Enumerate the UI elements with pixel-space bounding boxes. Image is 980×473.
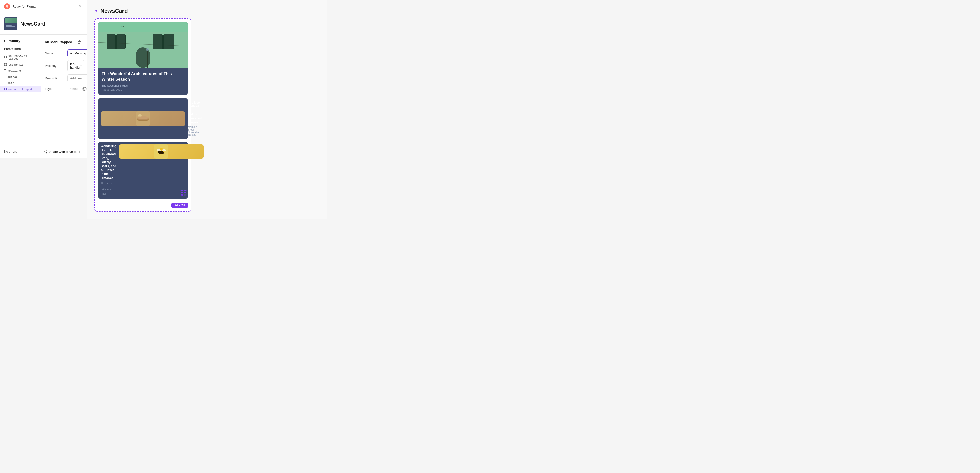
component-header-left: NewsCard xyxy=(4,17,45,30)
thumb-text-area xyxy=(5,23,17,27)
article-2-meta: Morning Break November 10, 2021 xyxy=(188,125,202,137)
article-3-author: The Bees xyxy=(100,182,111,185)
svg-point-46 xyxy=(162,149,162,149)
more-button[interactable]: ⋮ xyxy=(76,20,83,27)
share-button[interactable]: Share with developer xyxy=(41,149,83,155)
description-input[interactable] xyxy=(67,75,86,82)
params-header: Parameters + xyxy=(0,46,41,53)
article-2-headline: The New Method to Making Breakfast Crepe… xyxy=(188,101,202,125)
figma-relay-icon: ✦ xyxy=(94,8,98,14)
no-errors-label: No errors xyxy=(4,150,17,153)
svg-rect-41 xyxy=(159,152,163,153)
component-thumbnail xyxy=(4,17,18,30)
property-value: tap-handler xyxy=(70,62,80,70)
app-name-label: Relay for Figma xyxy=(12,5,36,8)
param-label-menu-tapped: on Menu tapped xyxy=(8,88,32,91)
param-item-on-newscard-tapped[interactable]: on NewsCard tapped xyxy=(0,53,41,62)
article-3-date-row: 4 hours ago xyxy=(100,186,116,197)
panel-header-left: Relay for Figma xyxy=(4,3,36,10)
svg-rect-26 xyxy=(164,34,173,49)
svg-point-36 xyxy=(138,114,142,116)
right-area: ✦ NewsCard xyxy=(87,0,327,219)
svg-point-44 xyxy=(160,148,162,150)
description-field-row: Description xyxy=(45,75,83,82)
param-item-headline[interactable]: T headline xyxy=(0,68,41,74)
svg-rect-23 xyxy=(117,34,125,49)
share-icon xyxy=(44,149,48,154)
name-input[interactable] xyxy=(67,49,86,57)
param-item-author[interactable]: T author xyxy=(0,74,41,80)
preview-title: ✦ NewsCard xyxy=(94,8,319,14)
detail-header: on Menu tapped 🗑 xyxy=(45,39,83,45)
layer-label: Layer xyxy=(45,87,65,90)
param-item-on-menu-tapped[interactable]: on Menu tapped xyxy=(0,86,41,92)
svg-rect-50 xyxy=(184,194,186,196)
image-icon xyxy=(4,63,7,67)
svg-point-0 xyxy=(6,5,8,8)
text-icon-date: T xyxy=(4,81,6,85)
article-3-date: 4 hours ago xyxy=(102,188,111,195)
param-label-thumbnail: thumbnail xyxy=(8,63,24,66)
tap-icon-menu xyxy=(4,87,7,91)
article-3-date-dashed: 4 hours ago xyxy=(100,186,116,197)
article-2-author: Morning Break xyxy=(188,125,197,131)
svg-rect-49 xyxy=(181,194,183,196)
size-badge: 24 × 24 xyxy=(172,203,188,208)
summary-label: Summary xyxy=(0,39,41,46)
name-field-row: Name xyxy=(45,49,83,57)
featured-author: The Seasonal Sagas xyxy=(102,84,184,87)
summary-sidebar: Summary Parameters + on NewsCard tapped xyxy=(0,35,41,145)
preview-title-text: NewsCard xyxy=(100,8,128,14)
size-badge-container: 24 × 24 xyxy=(98,203,188,208)
menu-dots-icon xyxy=(181,191,186,196)
svg-point-14 xyxy=(46,150,47,151)
article-2-content: The New Method to Making Breakfast Crepe… xyxy=(188,101,202,137)
thumb-image-area xyxy=(5,17,17,23)
svg-rect-3 xyxy=(4,63,6,65)
name-label: Name xyxy=(45,52,65,55)
property-field-row: Property tap-handler ▾ xyxy=(45,60,83,71)
param-item-date[interactable]: T date xyxy=(0,80,41,86)
svg-point-45 xyxy=(161,149,161,149)
news-card-preview: The Wonderful Architectures of This Wint… xyxy=(94,18,191,212)
svg-rect-47 xyxy=(181,192,183,194)
property-select-wrapper: tap-handler ▾ xyxy=(67,60,84,71)
svg-point-2 xyxy=(5,57,6,57)
svg-point-4 xyxy=(5,64,5,64)
param-item-thumbnail[interactable]: thumbnail xyxy=(0,62,41,68)
svg-point-15 xyxy=(46,152,47,153)
target-icon[interactable] xyxy=(82,86,86,92)
tap-icon-newscard xyxy=(4,56,7,59)
article-3-content: Wondering Hour: A Childhood Story, Grizz… xyxy=(100,144,116,196)
component-header: NewsCard ⋮ xyxy=(0,13,86,35)
article-2-thumbnail xyxy=(100,111,185,126)
svg-rect-48 xyxy=(184,192,186,194)
article-3-author-row: The Bees xyxy=(100,182,116,185)
property-select[interactable]: tap-handler ▾ xyxy=(67,60,84,71)
svg-rect-40 xyxy=(159,151,163,152)
article-3-thumbnail xyxy=(119,144,204,159)
svg-point-29 xyxy=(146,48,149,51)
thumbnail-inner xyxy=(5,17,17,30)
app-logo xyxy=(4,3,10,10)
param-label-author: author xyxy=(7,76,18,79)
svg-point-16 xyxy=(44,151,45,152)
add-param-button[interactable]: + xyxy=(34,47,37,51)
featured-content: The Wonderful Architectures of This Wint… xyxy=(98,68,188,95)
featured-date: August 25, 2021 xyxy=(102,88,184,91)
property-label: Property xyxy=(45,64,65,68)
article-3: Wondering Hour: A Childhood Story, Grizz… xyxy=(98,142,188,199)
params-title: Parameters xyxy=(4,47,21,51)
text-icon-headline: T xyxy=(4,69,6,73)
content-area: Summary Parameters + on NewsCard tapped xyxy=(0,35,86,145)
param-label-newscard-tapped: on NewsCard tapped xyxy=(8,54,37,60)
svg-rect-25 xyxy=(153,34,162,49)
article-3-headline: Wondering Hour: A Childhood Story, Grizz… xyxy=(100,144,116,180)
svg-line-18 xyxy=(45,152,46,152)
delete-button[interactable]: 🗑 xyxy=(76,39,83,45)
param-label-date: date xyxy=(7,82,14,85)
left-panel: Relay for Figma × NewsCard ⋮ Su xyxy=(0,0,87,158)
close-button[interactable]: × xyxy=(78,3,83,10)
component-name-label: NewsCard xyxy=(21,21,45,27)
svg-point-9 xyxy=(84,89,85,89)
